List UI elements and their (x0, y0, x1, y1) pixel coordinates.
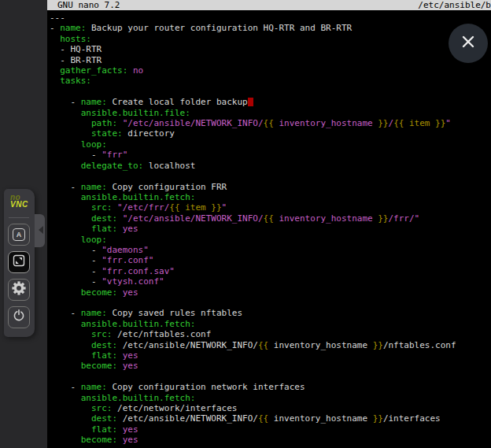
close-button[interactable] (449, 24, 488, 63)
terminal-window[interactable]: GNU nano 7.2 /etc/ansible/b ---- name: B… (47, 0, 491, 448)
code-line: - name: Copy configuration network inter… (50, 382, 491, 392)
nano-titlebar: GNU nano 7.2 /etc/ansible/b (47, 0, 491, 10)
novnc-logo-vnc: VNC (10, 201, 28, 208)
code-line: hosts: (50, 34, 491, 44)
code-line (50, 87, 491, 97)
settings-button[interactable] (8, 279, 30, 301)
panel-divider (9, 217, 29, 218)
code-line: flat: yes (50, 350, 491, 361)
code-line: loop: (50, 139, 491, 150)
keyboard-button[interactable]: A (8, 224, 30, 246)
code-line: src: /etc/network/interfaces (50, 403, 491, 413)
novnc-control-bar: no VNC A (4, 189, 35, 337)
nano-version: GNU nano 7.2 (57, 0, 120, 10)
code-line: - "frr.conf" (50, 255, 491, 265)
code-line: become: yes (50, 435, 491, 445)
collapse-arrow-icon (39, 226, 43, 234)
code-line: flat: yes (50, 224, 491, 234)
code-line: ansible.builtin.fetch: (50, 192, 491, 202)
code-line: src: /etc/nftables.conf (50, 329, 491, 339)
fullscreen-icon (13, 254, 25, 270)
power-icon (13, 309, 25, 325)
code-line: - "daemons" (50, 245, 491, 255)
code-line: dest: /etc/ansible/NETWORK_INFO/{{ inven… (50, 413, 491, 424)
code-line: src: "/etc/frr/{{ item }}" (50, 202, 491, 213)
close-icon (460, 33, 477, 54)
code-line: delegate_to: localhost (50, 161, 491, 171)
code-line: - name: Copy configuration FRR (50, 182, 491, 192)
left-strip: no VNC A (0, 0, 47, 448)
code-line: - name: Backup your router configuration… (50, 23, 491, 33)
code-line: loop: (50, 235, 491, 245)
code-line: --- (50, 13, 491, 23)
novnc-logo: no VNC (10, 194, 28, 208)
text-cursor (248, 98, 253, 106)
editor-lines[interactable]: ---- name: Backup your router configurat… (50, 13, 491, 446)
code-line: ansible.builtin.fetch: (50, 393, 491, 403)
code-line: - "frr.conf.sav" (50, 266, 491, 276)
code-line: - BR-RTR (50, 55, 491, 65)
code-line (50, 171, 491, 181)
code-line: dest: "/etc/ansible/NETWORK_INFO/{{ inve… (50, 213, 491, 224)
code-line: become: yes (50, 361, 491, 371)
nano-filepath: /etc/ansible/b (418, 0, 491, 10)
control-bar-handle[interactable] (35, 214, 45, 247)
keyboard-key-icon: A (13, 228, 25, 241)
code-line (50, 298, 491, 308)
code-line: - "vtysh.conf" (50, 276, 491, 287)
gear-icon (12, 281, 26, 298)
code-line: state: directory (50, 128, 491, 139)
code-line: - name: Create local folder backup (50, 97, 491, 107)
code-line: - name: Copy saved rules nftables (50, 308, 491, 318)
code-line: gather_facts: no (50, 65, 491, 76)
code-line: - "frr" (50, 150, 491, 160)
code-line: ansible.builtin.fetch: (50, 319, 491, 329)
code-line: - HQ-RTR (50, 44, 491, 54)
code-line: path: "/etc/ansible/NETWORK_INFO/{{ inve… (50, 118, 491, 128)
code-line: become: yes (50, 287, 491, 298)
code-line: tasks: (50, 76, 491, 86)
power-button[interactable] (8, 306, 30, 328)
code-line: dest: /etc/ansible/NETWORK_INFO/{{ inven… (50, 340, 491, 350)
code-line: flat: yes (50, 424, 491, 435)
code-line: ansible.builtin.file: (50, 108, 491, 118)
code-line (50, 372, 491, 382)
fullscreen-button[interactable] (8, 251, 30, 273)
